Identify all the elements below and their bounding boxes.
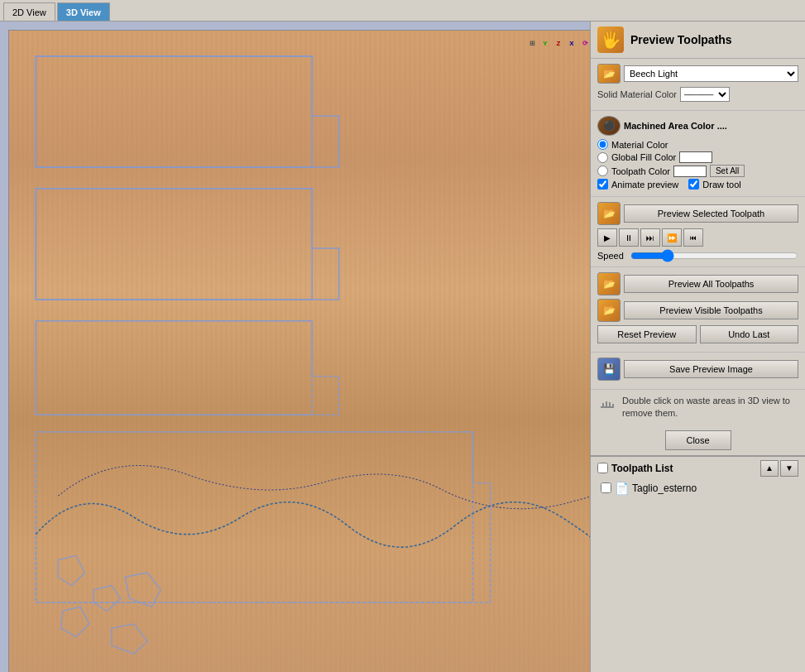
reset-preview-button[interactable]: Reset Preview xyxy=(597,325,697,343)
animate-preview-row: Animate preview Draw tool xyxy=(597,179,798,190)
panel-header: 🖐 Preview Toolpaths xyxy=(591,22,805,59)
playback-controls: ▶ ⏸ ⏭ ⏩ ⏮ xyxy=(597,228,798,247)
solid-material-row: Solid Material Color ───── xyxy=(597,87,798,102)
list-item: 📄 Taglio_esterno xyxy=(597,480,798,497)
preview-all-icon: 📂 xyxy=(597,272,621,295)
list-header: Toolpath List ▲ ▼ xyxy=(597,460,798,477)
list-controls: ▲ ▼ xyxy=(760,460,798,477)
list-title-row: Toolpath List xyxy=(597,463,673,474)
preview-selected-icon: 📂 xyxy=(597,202,621,225)
svg-rect-3 xyxy=(36,432,472,602)
machined-icon-row: ⚫ Machined Area Color .... xyxy=(597,116,798,136)
machined-area-label: Machined Area Color .... xyxy=(624,121,727,131)
global-fill-color-box[interactable] xyxy=(679,151,712,163)
close-button[interactable]: Close xyxy=(665,430,731,450)
panel-title: Preview Toolpaths xyxy=(630,33,732,46)
save-preview-icon: 💾 xyxy=(597,358,621,381)
main-area: ⊞ Y Z X ⟳ xyxy=(0,22,805,672)
toolpath-list-title: Toolpath List xyxy=(611,463,673,474)
svg-rect-1 xyxy=(36,189,312,300)
view-panel: ⊞ Y Z X ⟳ xyxy=(0,22,590,672)
svg-rect-0 xyxy=(36,56,312,167)
toolpath-list-section: Toolpath List ▲ ▼ 📄 Taglio_esterno xyxy=(591,455,805,500)
toolpath-color-label: Toolpath Color xyxy=(611,166,670,176)
toolpath-list-checkbox[interactable] xyxy=(597,463,608,473)
tab-2d-view[interactable]: 2D View xyxy=(3,2,55,21)
preview-selected-button[interactable]: Preview Selected Toolpath xyxy=(624,204,798,223)
note-hand-icon xyxy=(597,395,617,415)
save-preview-button[interactable]: Save Preview Image xyxy=(624,360,798,378)
reset-undo-row: Reset Preview Undo Last xyxy=(597,325,798,343)
taglio-esterno-checkbox[interactable] xyxy=(601,482,611,493)
pause-button[interactable]: ⏸ xyxy=(619,228,639,247)
preview-all-section: 📂 Preview All Toolpaths 📂 Preview Visibl… xyxy=(591,267,805,353)
play-button[interactable]: ▶ xyxy=(597,228,617,247)
svg-rect-6 xyxy=(606,401,607,408)
taglio-esterno-label: Taglio_esterno xyxy=(632,482,697,494)
svg-rect-8 xyxy=(612,404,614,408)
skip-end-button[interactable]: ⏮ xyxy=(683,228,703,247)
view-canvas[interactable]: ⊞ Y Z X ⟳ xyxy=(8,30,590,672)
taglio-esterno-icon: 📄 xyxy=(615,482,629,495)
fast-forward-button[interactable]: ⏩ xyxy=(662,228,682,247)
toolpath-color-row: Toolpath Color Set All xyxy=(597,165,798,177)
undo-last-button[interactable]: Undo Last xyxy=(700,325,799,343)
right-panel: 🖐 Preview Toolpaths 📂 Beech Light Oak Wa… xyxy=(590,22,805,672)
material-color-row: Material Color xyxy=(597,139,798,150)
note-section: Double click on waste areas in 3D view t… xyxy=(591,390,805,425)
skip-next-button[interactable]: ⏭ xyxy=(640,228,660,247)
list-down-button[interactable]: ▼ xyxy=(780,460,798,477)
preview-controls-section: 📂 Preview Selected Toolpath ▶ ⏸ ⏭ ⏩ ⏮ Sp… xyxy=(591,197,805,267)
draw-tool-checkbox[interactable] xyxy=(688,179,699,190)
note-icon-row: Double click on waste areas in 3D view t… xyxy=(597,395,798,420)
save-preview-row: 💾 Save Preview Image xyxy=(597,358,798,381)
preview-selected-row: 📂 Preview Selected Toolpath xyxy=(597,202,798,225)
animate-preview-label: Animate preview xyxy=(611,180,678,190)
svg-rect-7 xyxy=(609,402,611,408)
speed-slider[interactable] xyxy=(630,250,798,262)
material-color-radio[interactable] xyxy=(597,139,608,150)
material-section: 📂 Beech Light Oak Walnut Pine MDF Solid … xyxy=(591,59,805,111)
global-fill-radio[interactable] xyxy=(597,152,608,163)
svg-rect-5 xyxy=(602,403,604,408)
toolpath-svg xyxy=(9,31,590,672)
toolpath-color-radio[interactable] xyxy=(597,166,608,176)
preview-visible-button[interactable]: Preview Visible Toolpaths xyxy=(624,301,798,319)
set-all-button[interactable]: Set All xyxy=(710,165,745,177)
solid-color-select[interactable]: ───── xyxy=(680,87,730,102)
preview-toolpaths-icon: 🖐 xyxy=(597,26,624,53)
global-fill-row: Global Fill Color xyxy=(597,151,798,163)
save-preview-section: 💾 Save Preview Image xyxy=(591,353,805,390)
preview-all-button[interactable]: Preview All Toolpaths xyxy=(624,275,798,293)
animate-preview-checkbox[interactable] xyxy=(597,179,608,190)
tab-bar: 2D View 3D View xyxy=(0,0,805,22)
speed-row: Speed xyxy=(597,250,798,262)
note-text: Double click on waste areas in 3D view t… xyxy=(622,395,798,420)
material-row: 📂 Beech Light Oak Walnut Pine MDF xyxy=(597,64,798,84)
preview-visible-icon: 📂 xyxy=(597,299,621,322)
solid-material-label: Solid Material Color xyxy=(597,89,677,99)
speed-label: Speed xyxy=(597,251,627,261)
toolpath-color-box[interactable] xyxy=(673,166,707,177)
draw-tool-label: Draw tool xyxy=(702,180,740,190)
machined-area-section: ⚫ Machined Area Color .... Material Colo… xyxy=(591,111,805,197)
app-container: 2D View 3D View ⊞ Y Z X ⟳ xyxy=(0,0,805,672)
preview-visible-row: 📂 Preview Visible Toolpaths xyxy=(597,299,798,322)
material-color-label: Material Color xyxy=(611,140,668,150)
svg-rect-2 xyxy=(36,321,312,415)
list-up-button[interactable]: ▲ xyxy=(760,460,779,477)
preview-all-row: 📂 Preview All Toolpaths xyxy=(597,272,798,295)
material-select[interactable]: Beech Light Oak Walnut Pine MDF xyxy=(624,65,798,82)
machined-icon: ⚫ xyxy=(597,116,621,136)
global-fill-label: Global Fill Color xyxy=(611,152,676,162)
material-folder-icon[interactable]: 📂 xyxy=(597,64,621,84)
tab-3d-view[interactable]: 3D View xyxy=(57,2,110,21)
